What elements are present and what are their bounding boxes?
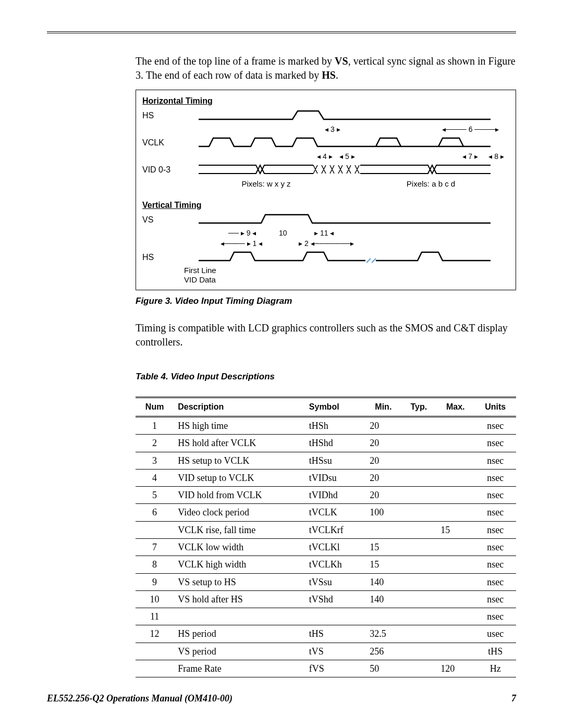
cell-num (136, 660, 174, 677)
cell-min: 15 (365, 538, 401, 556)
cell-typ (401, 435, 436, 452)
vs-waveform (180, 213, 509, 226)
hs2-waveform (180, 250, 509, 264)
cell-units: nsec (474, 521, 516, 538)
cell-typ (401, 538, 436, 556)
cell-units: nsec (474, 504, 516, 521)
bold-hs: HS (322, 69, 336, 81)
cell-typ (401, 643, 436, 660)
cell-units: nsec (474, 452, 516, 469)
vclk-waveform (180, 136, 509, 150)
cell-num: 7 (136, 538, 174, 556)
cell-num: 5 (136, 487, 174, 504)
cell-typ (401, 416, 436, 434)
cell-units: nsec (474, 538, 516, 556)
cell-min: 15 (365, 556, 401, 573)
cell-num: 9 (136, 573, 174, 590)
th-desc: Description (174, 398, 305, 417)
cell-min (365, 521, 401, 538)
cell-typ (401, 452, 436, 469)
hs2-label: HS (142, 252, 180, 263)
cell-min: 256 (365, 643, 401, 660)
dim-3: ◂ 3 ▸ (325, 125, 340, 134)
cell-units: usec (474, 625, 516, 643)
table-caption: Table 4. Video Input Descriptions (136, 371, 516, 383)
cell-num (136, 643, 174, 660)
cell-desc: VID setup to VCLK (174, 469, 305, 486)
intro-paragraph: The end of the top line of a frame is ma… (136, 54, 516, 82)
dim-5: ◂ 5 ▸ (339, 152, 355, 162)
cell-units: nsec (474, 590, 516, 608)
th-typ: Typ. (401, 398, 436, 417)
cell-max (436, 487, 474, 504)
cell-desc: HS period (174, 625, 305, 643)
table-header-row: Num Description Symbol Min. Typ. Max. Un… (136, 398, 516, 417)
vclk-label: VCLK (142, 137, 180, 149)
cell-typ (401, 504, 436, 521)
cell-sym: tHShd (305, 435, 365, 452)
table-row: 12HS periodtHS32.5usec (136, 625, 516, 643)
cell-num: 2 (136, 435, 174, 452)
cell-max (436, 556, 474, 573)
cell-sym: tVCLK (305, 504, 365, 521)
table-row: 6Video clock periodtVCLK100nsec (136, 504, 516, 521)
pixels-wxyz: Pixels: w x y z (180, 179, 352, 189)
cell-desc: HS high time (174, 416, 305, 434)
cell-desc: Video clock period (174, 504, 305, 521)
cell-desc: VCLK rise, fall time (174, 521, 305, 538)
cell-max (436, 643, 474, 660)
cell-min: 20 (365, 435, 401, 452)
cell-units: nsec (474, 416, 516, 434)
dim-6: ◂──── 6 ────▸ (442, 125, 499, 134)
cell-units: tHS (474, 643, 516, 660)
cell-min: 140 (365, 590, 401, 608)
cell-num (136, 521, 174, 538)
th-min: Min. (365, 398, 401, 417)
table-row: Frame RatefVS50120Hz (136, 660, 516, 677)
cell-typ (401, 521, 436, 538)
cell-sym: tHSh (305, 416, 365, 434)
table-row: 7VCLK low widthtVCLKl15nsec (136, 538, 516, 556)
cell-min (365, 608, 401, 625)
cell-units: nsec (474, 435, 516, 452)
cell-max (436, 590, 474, 608)
cell-desc: HS hold after VCLK (174, 435, 305, 452)
cell-num: 3 (136, 452, 174, 469)
footer-page: 7 (511, 693, 516, 704)
cell-max (436, 452, 474, 469)
footer-doc: EL552.256-Q2 Operations Manual (OM410-00… (47, 693, 232, 704)
cell-sym: tVIDhd (305, 487, 365, 504)
cell-sym: tVCLKh (305, 556, 365, 573)
figure-caption: Figure 3. Video Input Timing Diagram (136, 295, 516, 307)
cell-min: 100 (365, 504, 401, 521)
cell-max (436, 573, 474, 590)
table-row: VCLK rise, fall timetVCLKrf15nsec (136, 521, 516, 538)
dim-1: ◂──── ▸ 1 ◂ (221, 239, 262, 249)
cell-typ (401, 625, 436, 643)
dim-11: ▸ 11 ◂ (314, 228, 334, 238)
cell-typ (401, 556, 436, 573)
cell-sym (305, 608, 365, 625)
cell-typ (401, 660, 436, 677)
vs-label: VS (142, 214, 180, 226)
first-line-label: First Line (184, 266, 509, 275)
cell-min: 20 (365, 416, 401, 434)
cell-min: 140 (365, 573, 401, 590)
cell-desc (174, 608, 305, 625)
cell-min: 50 (365, 660, 401, 677)
cell-max (436, 469, 474, 486)
table-row: 4VID setup to VCLKtVIDsu20nsec (136, 469, 516, 486)
cell-min: 20 (365, 469, 401, 486)
th-num: Num (136, 398, 174, 417)
video-input-table: Num Description Symbol Min. Typ. Max. Un… (136, 397, 516, 677)
cell-typ (401, 590, 436, 608)
dim-7: ◂ 7 ▸ (462, 152, 478, 162)
cell-sym: tHS (305, 625, 365, 643)
cell-typ (401, 608, 436, 625)
th-sym: Symbol (305, 398, 365, 417)
cell-num: 6 (136, 504, 174, 521)
cell-num: 12 (136, 625, 174, 643)
cell-desc: VID hold from VCLK (174, 487, 305, 504)
cell-max (436, 625, 474, 643)
cell-desc: VCLK low width (174, 538, 305, 556)
